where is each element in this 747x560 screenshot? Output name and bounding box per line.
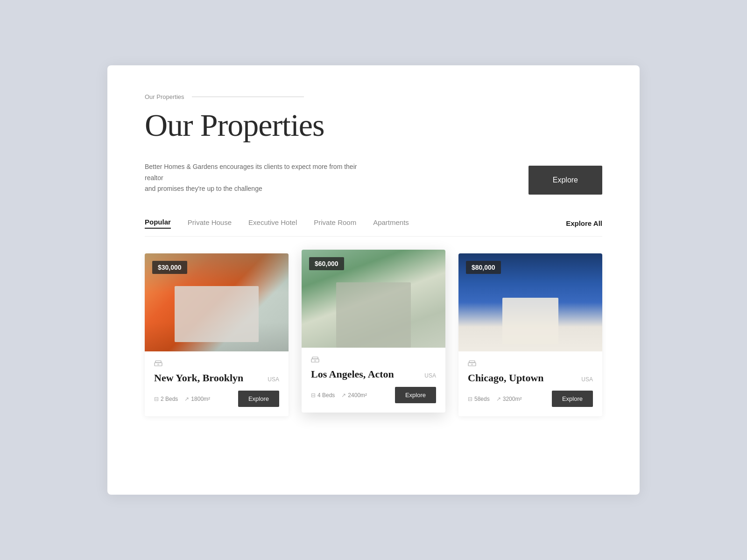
- property-meta-row-brooklyn: ⊟ 2 Beds ↗ 1800m² Explore: [154, 391, 279, 407]
- card-explore-button-chicago[interactable]: Explore: [552, 391, 593, 407]
- bed-icon-brooklyn: ⊟: [154, 396, 159, 402]
- main-container: Our Properties Our Properties Better Hom…: [107, 65, 640, 495]
- property-image-wrapper-chicago: $80,000: [458, 253, 602, 351]
- svg-rect-1: [155, 361, 161, 363]
- property-meta-row-losangeles: ⊟ 4 Beds ↗ 2400m² Explore: [311, 387, 436, 403]
- area-icon-brooklyn: ↗: [184, 396, 189, 402]
- svg-rect-8: [471, 364, 473, 366]
- property-country-losangeles: USA: [424, 372, 436, 379]
- header-description: Better Homes & Gardens encourages its cl…: [145, 161, 369, 195]
- house-icon-chicago: [468, 360, 476, 368]
- property-meta-losangeles: ⊟ 4 Beds ↗ 2400m²: [311, 392, 367, 399]
- bed-icon-losangeles: ⊟: [311, 392, 316, 399]
- property-card-losangeles: $60,000 Los Angeles, Acton USA: [302, 250, 445, 413]
- property-name-row-losangeles: Los Angeles, Acton USA: [311, 368, 436, 380]
- breadcrumb-text: Our Properties: [145, 93, 184, 100]
- price-badge-losangeles: $60,000: [309, 257, 344, 270]
- property-name-row-brooklyn: New York, Brooklyn USA: [154, 372, 279, 384]
- tab-apartments[interactable]: Apartments: [373, 218, 409, 228]
- area-meta-losangeles: ↗ 2400m²: [341, 392, 367, 399]
- price-badge-brooklyn: $30,000: [152, 261, 187, 274]
- properties-grid: $30,000 New York, Brooklyn USA: [145, 253, 602, 416]
- property-info-losangeles: Los Angeles, Acton USA ⊟ 4 Beds ↗ 2400m²: [302, 348, 445, 413]
- price-badge-chicago: $80,000: [466, 261, 501, 274]
- property-name-chicago: Chicago, Uptown: [468, 372, 544, 384]
- property-meta-brooklyn: ⊟ 2 Beds ↗ 1800m²: [154, 396, 210, 402]
- svg-rect-5: [314, 360, 316, 362]
- property-image-wrapper-brooklyn: $30,000: [145, 253, 289, 351]
- property-name-brooklyn: New York, Brooklyn: [154, 372, 243, 384]
- property-name-losangeles: Los Angeles, Acton: [311, 368, 394, 380]
- property-info-brooklyn: New York, Brooklyn USA ⊟ 2 Beds ↗ 1800m²: [145, 351, 289, 416]
- tab-popular[interactable]: Popular: [145, 218, 171, 229]
- card-explore-button-losangeles[interactable]: Explore: [395, 387, 436, 403]
- beds-meta-chicago: ⊟ 58eds: [468, 396, 490, 402]
- area-icon-losangeles: ↗: [341, 392, 346, 399]
- card-explore-button-brooklyn[interactable]: Explore: [238, 391, 279, 407]
- area-meta-chicago: ↗ 3200m²: [496, 396, 522, 402]
- breadcrumb-line: [192, 97, 304, 97]
- house-icon-losangeles: [311, 356, 319, 364]
- area-meta-brooklyn: ↗ 1800m²: [184, 396, 210, 402]
- tab-private-room[interactable]: Private Room: [314, 218, 356, 228]
- header-section: Our Properties Better Homes & Gardens en…: [145, 108, 602, 195]
- bed-icon-chicago: ⊟: [468, 396, 472, 402]
- beds-meta-brooklyn: ⊟ 2 Beds: [154, 396, 178, 402]
- property-meta-chicago: ⊟ 58eds ↗ 3200m²: [468, 396, 521, 402]
- svg-rect-7: [469, 361, 475, 363]
- svg-rect-2: [157, 364, 159, 366]
- property-info-chicago: Chicago, Uptown USA ⊟ 58eds ↗ 3200m²: [458, 351, 602, 416]
- svg-rect-4: [312, 357, 318, 359]
- property-country-brooklyn: USA: [268, 376, 279, 383]
- house-icon-brooklyn: [154, 360, 162, 368]
- header-explore-button[interactable]: Explore: [529, 166, 602, 195]
- beds-meta-losangeles: ⊟ 4 Beds: [311, 392, 335, 399]
- property-icon-row-losangeles: [311, 356, 436, 364]
- property-image-wrapper-losangeles: $60,000: [302, 250, 445, 348]
- property-card-chicago: $80,000 Chicago, Uptown USA: [458, 253, 602, 416]
- explore-all-link[interactable]: Explore All: [566, 219, 602, 227]
- header-left: Our Properties Better Homes & Gardens en…: [145, 108, 529, 195]
- tab-executive-hotel[interactable]: Executive Hotel: [248, 218, 297, 228]
- property-icon-row-brooklyn: [154, 360, 279, 368]
- property-card-brooklyn: $30,000 New York, Brooklyn USA: [145, 253, 289, 416]
- property-meta-row-chicago: ⊟ 58eds ↗ 3200m² Explore: [468, 391, 593, 407]
- area-icon-chicago: ↗: [496, 396, 501, 402]
- tabs-row: Popular Private House Executive Hotel Pr…: [145, 218, 602, 237]
- property-icon-row-chicago: [468, 360, 593, 368]
- tab-private-house[interactable]: Private House: [188, 218, 232, 228]
- property-country-chicago: USA: [581, 376, 593, 383]
- breadcrumb: Our Properties: [145, 93, 602, 100]
- property-name-row-chicago: Chicago, Uptown USA: [468, 372, 593, 384]
- page-title: Our Properties: [145, 108, 529, 143]
- tabs-left: Popular Private House Executive Hotel Pr…: [145, 218, 409, 229]
